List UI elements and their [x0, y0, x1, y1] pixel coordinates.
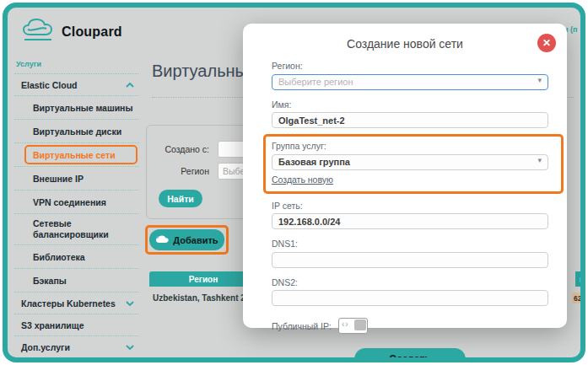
created-from-label: Создано с:	[157, 144, 209, 154]
public-ip-label: Публичный IP:	[272, 321, 332, 331]
service-group-select[interactable]: ▾	[272, 153, 548, 170]
public-ip-toggle[interactable]: ‹›	[338, 318, 368, 334]
create-new-group-link[interactable]: Создать новую	[272, 174, 333, 185]
dns1-label: DNS1:	[272, 239, 548, 249]
chevron-up-icon	[126, 82, 134, 89]
region-filter-label: Регион	[157, 166, 209, 176]
logo: Cloupard	[14, 13, 139, 51]
dns2-field[interactable]	[272, 290, 548, 306]
close-button[interactable]: ✕	[537, 34, 556, 52]
region-select[interactable]: ▾	[272, 73, 548, 90]
cloud-add-icon	[155, 234, 169, 245]
sidebar-item-kubernetes-clusters[interactable]: Кластеры Kubernetes	[14, 292, 139, 314]
window-frame: Cloupard Услуги Elastic Cloud Виртуальны…	[3, 3, 585, 362]
sidebar-item-service-groups[interactable]: Группы услуг	[14, 357, 139, 362]
modal-title: Создание новой сети	[243, 37, 567, 51]
name-field[interactable]	[272, 112, 548, 128]
region-select-input[interactable]	[272, 74, 548, 90]
close-icon: ✕	[542, 38, 551, 48]
right-table-header-fragment: п	[575, 271, 585, 287]
dns1-field[interactable]	[272, 252, 548, 268]
page-title: Виртуальные	[152, 62, 256, 81]
ip-field-wrap	[272, 213, 548, 230]
table-cell-region: Uzbekistan, Tashkent 2	[153, 293, 245, 303]
sidebar: Cloupard Услуги Elastic Cloud Виртуальны…	[14, 13, 139, 362]
find-button[interactable]: Найти	[159, 190, 202, 207]
dns1-field-wrap	[272, 251, 548, 268]
sidebar-item-backups[interactable]: Бэкапы	[14, 268, 139, 292]
sidebar-item-virtual-networks[interactable]: Виртуальные сети	[14, 142, 139, 166]
sidebar-item-vpn-connections[interactable]: VPN соединения	[14, 190, 139, 213]
add-button[interactable]: Добавить	[149, 229, 224, 250]
logo-text: Cloupard	[62, 24, 122, 40]
create-network-modal: Создание новой сети ✕ Регион: ▾ Имя: Гру…	[243, 24, 567, 328]
service-group-highlight: Группа услуг: ▾ Создать новую	[263, 134, 564, 194]
sidebar-nav: Elastic Cloud Виртуальные машины Виртуал…	[14, 73, 139, 362]
sidebar-item-library[interactable]: Библиотека	[14, 244, 139, 268]
sidebar-item-s3-storage[interactable]: S3 хранилище	[14, 314, 139, 335]
region-label: Регион:	[272, 61, 548, 71]
name-label: Имя:	[272, 99, 548, 110]
sidebar-item-elastic-cloud[interactable]: Elastic Cloud	[14, 73, 139, 95]
add-button-highlight: Добавить	[145, 225, 229, 255]
name-field-wrap	[272, 112, 548, 129]
sidebar-item-virtual-machines[interactable]: Виртуальные машины	[14, 95, 139, 119]
toggle-knob	[354, 319, 366, 330]
chevron-down-icon	[126, 344, 134, 351]
cloud-logo-icon	[21, 16, 57, 48]
sidebar-item-external-ip[interactable]: Внешние IP	[14, 166, 139, 190]
sidebar-item-network-balancers[interactable]: Сетевые балансировщики	[14, 213, 139, 244]
toggle-chevrons-icon: ‹›	[342, 319, 349, 329]
service-group-select-input[interactable]	[272, 154, 548, 170]
sidebar-item-extra-services[interactable]: Доп.услуги	[14, 335, 139, 357]
app-window: Cloupard Услуги Elastic Cloud Виртуальны…	[0, 0, 588, 365]
ip-network-label: IP сеть:	[272, 201, 548, 211]
ip-network-field[interactable]	[272, 213, 548, 229]
table-header-region: Регион	[149, 275, 257, 284]
right-table-cell-fragment: 62.	[572, 293, 585, 303]
sidebar-item-virtual-disks[interactable]: Виртуальные диски	[14, 119, 139, 142]
service-group-label: Группа услуг:	[272, 141, 548, 151]
create-button[interactable]: Создать	[354, 348, 466, 362]
dns2-field-wrap	[272, 290, 548, 307]
dns2-label: DNS2:	[272, 277, 548, 287]
sidebar-section-label: Услуги	[14, 60, 139, 68]
chevron-down-icon	[126, 300, 134, 307]
